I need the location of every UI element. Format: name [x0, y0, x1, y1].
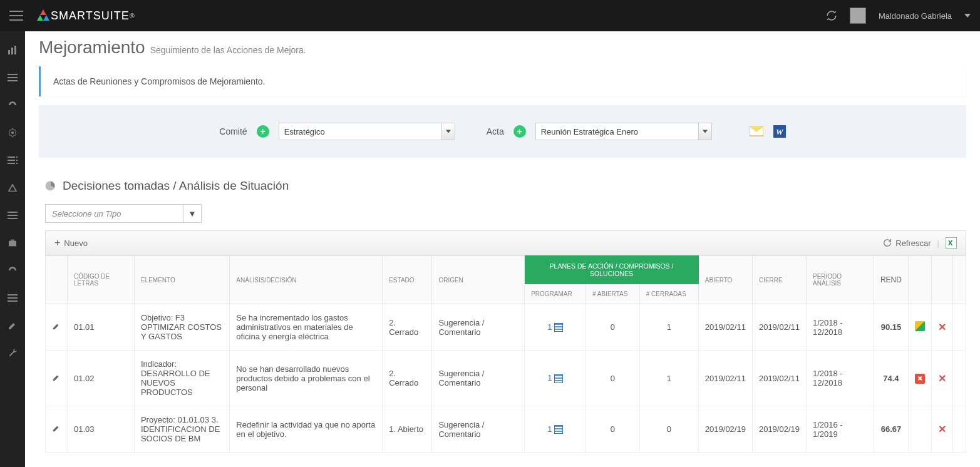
svg-rect-21: [9, 241, 16, 247]
nav-list3-icon[interactable]: [0, 285, 25, 310]
svg-rect-6: [11, 48, 13, 54]
col-codigo[interactable]: CÓDIGO DE LETRAS: [68, 256, 135, 304]
cell-cierre: 2019/02/11: [752, 304, 806, 351]
cell-programar[interactable]: 1: [525, 406, 586, 453]
nav-settings-icon[interactable]: [0, 120, 25, 145]
nav-chart-icon[interactable]: [0, 38, 25, 63]
chevron-down-icon[interactable]: [964, 13, 971, 19]
cell-origen: Sugerencia / Comentario: [432, 406, 525, 453]
comite-input[interactable]: [279, 123, 441, 140]
acta-combobox[interactable]: [535, 123, 712, 140]
nav-list-icon[interactable]: [0, 65, 25, 90]
cell-programar[interactable]: 1: [525, 304, 586, 351]
nav-gauge-icon[interactable]: [0, 258, 25, 283]
table-row: 01.01Objetivo: F3 OPTIMIZAR COSTOS Y GAS…: [46, 304, 966, 351]
col-analisis[interactable]: ANÁLISIS/DECISIÓN: [230, 256, 383, 304]
cell-analisis: Se ha incrementado los gastos administra…: [230, 304, 383, 351]
svg-rect-12: [8, 157, 15, 158]
calendar-icon[interactable]: [554, 374, 563, 383]
svg-point-11: [11, 131, 14, 134]
delete-button[interactable]: ✕: [938, 373, 946, 384]
cell-abiertas: 0: [586, 351, 640, 406]
cell-cierre: 2019/02/19: [752, 406, 806, 453]
refresh-button[interactable]: Refrescar: [883, 239, 931, 248]
cell-chip: [909, 304, 932, 351]
svg-text:W: W: [776, 127, 784, 136]
excel-icon[interactable]: X: [946, 237, 957, 249]
svg-rect-9: [8, 77, 18, 78]
type-select[interactable]: Seleccione un Tipo ▼: [45, 204, 202, 223]
cell-elemento: Indicador: DESARROLLO DE NUEVOS PRODUCTO…: [134, 351, 229, 406]
svg-rect-17: [16, 163, 18, 164]
calendar-icon[interactable]: [554, 425, 563, 434]
filter-panel: Comité + Acta + W: [39, 105, 966, 158]
new-button[interactable]: + Nuevo: [54, 237, 88, 249]
section-title: Decisiones tomadas / Análisis de Situaci…: [63, 179, 289, 193]
cell-estado: 2. Cerrado: [383, 351, 432, 406]
cell-analisis: Redefinir la actividad ya que no aporta …: [230, 406, 383, 453]
edit-icon[interactable]: [52, 373, 61, 382]
svg-rect-18: [8, 212, 18, 213]
svg-rect-25: [8, 300, 18, 302]
acta-input[interactable]: [535, 123, 698, 140]
cell-rend: 90.15: [874, 304, 908, 351]
cell-codigo: 01.02: [68, 351, 135, 406]
col-estado[interactable]: ESTADO: [383, 256, 432, 304]
add-acta-button[interactable]: +: [513, 125, 526, 138]
svg-rect-5: [8, 50, 10, 54]
nav-alert-icon[interactable]: [0, 175, 25, 200]
cell-cierre: 2019/02/11: [752, 351, 806, 406]
triangle-icon: [36, 8, 51, 23]
edit-icon[interactable]: [52, 424, 61, 433]
status-chip: [915, 321, 925, 331]
svg-rect-22: [11, 240, 14, 241]
col-elemento[interactable]: ELEMENTO: [134, 256, 229, 304]
col-rend[interactable]: REND: [874, 256, 908, 304]
word-icon[interactable]: W: [773, 125, 786, 138]
cell-chip: [909, 406, 932, 453]
sync-icon[interactable]: [826, 10, 837, 21]
mail-icon[interactable]: [750, 126, 763, 137]
col-cerradas[interactable]: # CERRADAS: [639, 284, 698, 304]
calendar-icon[interactable]: [554, 323, 563, 332]
avatar[interactable]: [850, 8, 866, 24]
nav-dashboard-icon[interactable]: [0, 93, 25, 118]
cell-programar[interactable]: 1: [525, 351, 586, 406]
page-title-text: Mejoramiento: [39, 38, 145, 58]
cell-periodo: 1/2016 - 1/2019: [807, 406, 874, 453]
svg-rect-14: [8, 163, 15, 164]
nav-pencil-icon[interactable]: [0, 313, 25, 338]
cell-elemento: Proyecto: 01.01.03 3. IDENTIFICACION DE …: [134, 406, 229, 453]
status-chip: ✖: [915, 374, 925, 384]
delete-button[interactable]: ✕: [938, 322, 946, 332]
svg-rect-7: [14, 46, 16, 54]
acta-label: Acta: [487, 126, 504, 136]
chevron-down-icon[interactable]: [698, 123, 712, 140]
chevron-down-icon[interactable]: ▼: [183, 204, 202, 223]
chevron-down-icon[interactable]: [441, 123, 455, 140]
nav-wrench-icon[interactable]: [0, 341, 25, 366]
col-abierto[interactable]: ABIERTO: [698, 256, 752, 304]
nav-tasks-icon[interactable]: [0, 148, 25, 173]
col-periodo[interactable]: PERIODO ANÁLISIS: [807, 256, 874, 304]
col-programar[interactable]: PROGRAMAR: [525, 284, 586, 304]
cell-origen: Sugerencia / Comentario: [432, 304, 525, 351]
edit-icon[interactable]: [52, 322, 61, 331]
col-group: PLANES DE ACCIÓN / COMPROMISOS / SOLUCIO…: [525, 256, 699, 284]
add-comite-button[interactable]: +: [257, 125, 269, 138]
col-abiertas[interactable]: # ABIERTAS: [586, 284, 640, 304]
new-button-label: Nuevo: [64, 239, 88, 248]
col-cierre[interactable]: CIERRE: [752, 256, 806, 304]
nav-briefcase-icon[interactable]: [0, 230, 25, 255]
cell-abierto: 2019/02/11: [698, 351, 752, 406]
nav-list2-icon[interactable]: [0, 203, 25, 228]
comite-combobox[interactable]: [279, 123, 455, 140]
col-origen[interactable]: ORIGEN: [432, 256, 525, 304]
svg-rect-16: [16, 160, 18, 161]
cell-abierto: 2019/02/19: [698, 406, 752, 453]
main-content: Mejoramiento Seguimiento de las Acciones…: [25, 31, 980, 467]
delete-button[interactable]: ✕: [938, 424, 946, 434]
menu-toggle-button[interactable]: [9, 11, 23, 21]
svg-rect-10: [8, 80, 18, 81]
table-row: 01.02Indicador: DESARROLLO DE NUEVOS PRO…: [46, 351, 966, 406]
